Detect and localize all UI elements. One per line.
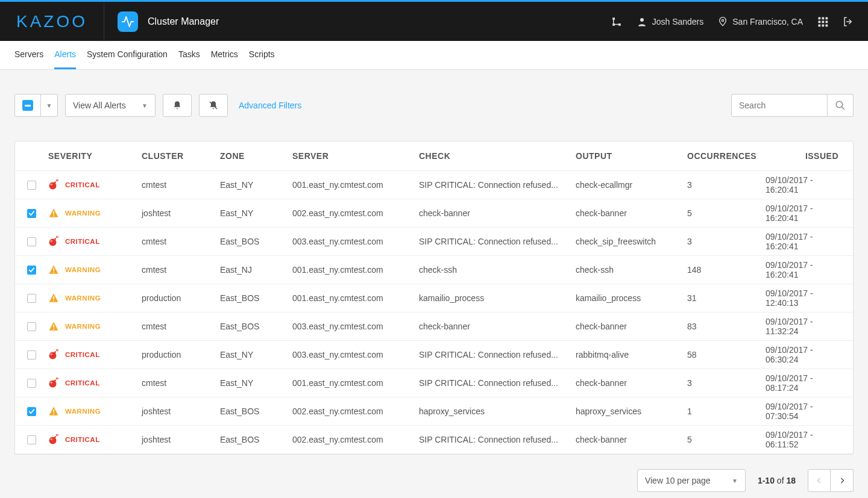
check-cell: SIP CRITICAL: Connection refused... xyxy=(419,237,576,246)
search-button[interactable] xyxy=(828,94,854,117)
check-cell: SIP CRITICAL: Connection refused... xyxy=(419,435,576,444)
zone-cell: East_BOS xyxy=(220,293,292,303)
logout-icon[interactable] xyxy=(843,16,854,27)
warning-triangle-icon xyxy=(48,321,59,332)
row-checkbox[interactable] xyxy=(27,350,36,359)
server-cell: 002.east_ny.cmtest.com xyxy=(292,406,419,416)
tab-system-configuration[interactable]: System Configuration xyxy=(87,41,168,69)
search-input[interactable] xyxy=(731,94,828,117)
row-checkbox-cell xyxy=(15,181,48,190)
table-row[interactable]: WARNINGjoshtestEast_NY002.east_ny.cmtest… xyxy=(15,199,853,228)
row-checkbox[interactable] xyxy=(27,407,36,416)
svg-point-15 xyxy=(836,101,843,108)
server-cell: 001.east_ny.cmtest.com xyxy=(292,378,419,388)
severity-label: CRITICAL xyxy=(65,238,100,245)
check-cell: check-ssh xyxy=(419,265,576,275)
col-check[interactable]: Check xyxy=(419,142,576,170)
col-occurrences[interactable]: Occurrences xyxy=(687,142,766,170)
prev-page-button[interactable] xyxy=(808,469,831,492)
zone-cell: East_BOS xyxy=(220,435,292,444)
location-menu[interactable]: San Francisco, CA xyxy=(718,17,803,26)
chevron-left-icon xyxy=(816,477,823,484)
table-row[interactable]: CRITICALjoshtestEast_BOS002.east_ny.cmte… xyxy=(15,426,853,454)
check-cell: SIP CRITICAL: Connection refused... xyxy=(419,180,576,190)
row-checkbox[interactable] xyxy=(27,294,36,303)
row-checkbox[interactable] xyxy=(27,181,36,190)
tab-servers[interactable]: Servers xyxy=(14,41,43,69)
row-checkbox[interactable] xyxy=(27,266,36,275)
col-issued[interactable]: Issued xyxy=(766,142,838,170)
brand-logo[interactable]: KAZOO xyxy=(0,2,104,41)
col-severity[interactable]: Severity xyxy=(48,142,142,170)
user-menu[interactable]: Josh Sanders xyxy=(637,16,704,27)
row-checkbox-cell xyxy=(15,237,48,246)
warning-triangle-icon xyxy=(48,208,59,219)
table-row[interactable]: WARNINGcmtestEast_BOS003.east_ny.cmtest.… xyxy=(15,313,853,341)
cluster-cell: cmtest xyxy=(142,237,220,246)
select-all-button[interactable] xyxy=(14,94,41,117)
check-cell: SIP CRITICAL: Connection refused... xyxy=(419,350,576,359)
app-title-section: Cluster Manager xyxy=(104,11,219,32)
next-page-button[interactable] xyxy=(831,469,854,492)
occurrences-cell: 5 xyxy=(687,435,766,444)
cluster-cell: production xyxy=(142,293,220,303)
notify-button[interactable] xyxy=(163,94,192,117)
mute-button[interactable] xyxy=(199,94,228,117)
select-all-dropdown[interactable]: ▼ xyxy=(41,94,58,117)
toolbar: ▼ View All Alerts ▼ Advanced Filters xyxy=(14,94,854,117)
severity-label: CRITICAL xyxy=(65,351,100,358)
total-value: 18 xyxy=(786,476,796,485)
tab-scripts[interactable]: Scripts xyxy=(249,41,275,69)
table-row[interactable]: CRITICALcmtestEast_NY001.east_ny.cmtest.… xyxy=(15,369,853,397)
per-page-select[interactable]: View 10 per page ▼ xyxy=(637,469,746,492)
apps-grid-icon[interactable] xyxy=(817,16,828,27)
cluster-cell: joshtest xyxy=(142,208,220,218)
output-cell: check-banner xyxy=(576,378,687,388)
table-row[interactable]: CRITICALcmtestEast_BOS003.east_ny.cmtest… xyxy=(15,228,853,256)
row-checkbox-cell xyxy=(15,379,48,388)
per-page-label: View 10 per page xyxy=(645,476,711,485)
cluster-cell: joshtest xyxy=(142,435,220,444)
svg-line-16 xyxy=(841,107,844,110)
tab-tasks[interactable]: Tasks xyxy=(178,41,200,69)
svg-rect-10 xyxy=(826,20,828,23)
table-row[interactable]: CRITICALcmtestEast_NY001.east_ny.cmtest.… xyxy=(15,171,853,199)
issued-cell: 09/10/2017 - 06:30:24 xyxy=(766,345,838,364)
table-row[interactable]: WARNINGjoshtestEast_BOS002.east_ny.cmtes… xyxy=(15,397,853,426)
severity-label: WARNING xyxy=(65,408,101,415)
output-cell: check-banner xyxy=(576,208,687,218)
svg-rect-13 xyxy=(826,24,828,26)
issued-cell: 09/10/2017 - 06:11:52 xyxy=(766,430,838,449)
svg-rect-38 xyxy=(53,414,54,415)
col-output[interactable]: Output xyxy=(576,142,687,170)
row-checkbox[interactable] xyxy=(27,435,36,444)
row-checkbox[interactable] xyxy=(27,322,36,331)
tree-icon[interactable] xyxy=(611,16,622,27)
zone-cell: East_NY xyxy=(220,350,292,359)
severity-cell: CRITICAL xyxy=(48,434,142,445)
row-checkbox[interactable] xyxy=(27,237,36,246)
row-checkbox[interactable] xyxy=(27,379,36,388)
table-row[interactable]: WARNINGcmtestEast_NJ001.east_ny.cmtest.c… xyxy=(15,256,853,284)
col-cluster[interactable]: Cluster xyxy=(142,142,220,170)
zone-cell: East_NY xyxy=(220,208,292,218)
tab-alerts[interactable]: Alerts xyxy=(54,41,76,69)
table-row[interactable]: WARNINGproductionEast_BOS001.east_ny.cmt… xyxy=(15,284,853,313)
view-filter-select[interactable]: View All Alerts ▼ xyxy=(65,94,156,117)
server-cell: 001.east_ny.cmtest.com xyxy=(292,180,419,190)
severity-cell: WARNING xyxy=(48,208,142,219)
severity-label: CRITICAL xyxy=(65,181,100,188)
table-row[interactable]: CRITICALproductionEast_NY003.east_ny.cmt… xyxy=(15,341,853,369)
col-zone[interactable]: Zone xyxy=(220,142,292,170)
issued-cell: 09/10/2017 - 11:32:24 xyxy=(766,317,838,336)
svg-rect-37 xyxy=(53,409,54,412)
col-server[interactable]: Server xyxy=(292,142,419,170)
tab-metrics[interactable]: Metrics xyxy=(211,41,238,69)
advanced-filters-link[interactable]: Advanced Filters xyxy=(239,101,301,110)
row-checkbox[interactable] xyxy=(27,209,36,218)
cluster-cell: cmtest xyxy=(142,322,220,331)
warning-triangle-icon xyxy=(48,264,59,275)
row-checkbox-cell xyxy=(15,322,48,331)
issued-cell: 09/10/2017 - 16:20:41 xyxy=(766,232,838,251)
row-checkbox-cell xyxy=(15,350,48,359)
